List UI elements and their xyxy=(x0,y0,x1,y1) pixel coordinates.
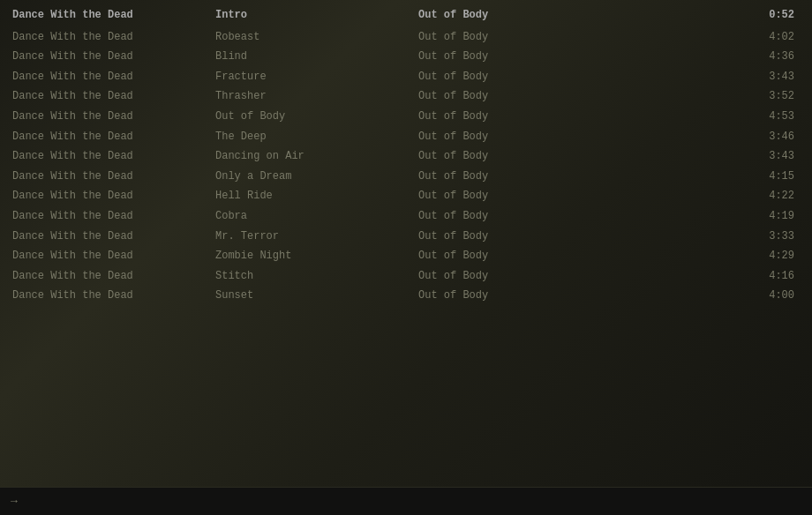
track-duration: 3:43 xyxy=(621,148,794,165)
track-title: Cobra xyxy=(215,208,418,225)
table-row[interactable]: Dance With the DeadRobeastOut of Body4:0… xyxy=(0,27,812,48)
track-album: Out of Body xyxy=(418,168,621,185)
bottom-bar: → xyxy=(0,487,812,515)
track-duration: 3:52 xyxy=(621,88,794,105)
track-title: Robeast xyxy=(215,29,418,46)
track-title: Out of Body xyxy=(215,108,418,125)
table-row[interactable]: Dance With the DeadSunsetOut of Body4:00 xyxy=(0,286,812,306)
track-duration: 3:43 xyxy=(621,69,794,86)
table-row[interactable]: Dance With the DeadDancing on AirOut of … xyxy=(0,146,812,167)
track-artist: Dance With the Dead xyxy=(12,208,215,225)
track-album: Out of Body xyxy=(418,188,621,205)
table-row[interactable]: Dance With the DeadHell RideOut of Body4… xyxy=(0,186,812,206)
track-album: Out of Body xyxy=(418,287,621,304)
track-artist: Dance With the Dead xyxy=(12,248,215,265)
track-artist: Dance With the Dead xyxy=(12,188,215,205)
track-album: Out of Body xyxy=(418,29,621,46)
track-album: Out of Body xyxy=(418,129,621,146)
track-album: Out of Body xyxy=(418,208,621,225)
track-duration: 4:15 xyxy=(621,168,794,185)
table-row[interactable]: Dance With the DeadThrasherOut of Body3:… xyxy=(0,86,812,107)
track-album: Out of Body xyxy=(418,108,621,125)
track-title: Dancing on Air xyxy=(215,148,418,165)
track-artist: Dance With the Dead xyxy=(12,148,215,165)
track-duration: 4:00 xyxy=(621,287,794,304)
table-row[interactable]: Dance With the DeadFractureOut of Body3:… xyxy=(0,67,812,87)
table-header: Dance With the Dead Intro Out of Body 0:… xyxy=(0,5,812,26)
track-list: Dance With the Dead Intro Out of Body 0:… xyxy=(0,0,812,311)
header-album: Out of Body xyxy=(418,7,621,24)
track-album: Out of Body xyxy=(418,69,621,86)
track-title: Blind xyxy=(215,49,418,65)
track-artist: Dance With the Dead xyxy=(12,88,215,105)
track-duration: 4:36 xyxy=(621,49,794,65)
track-duration: 4:53 xyxy=(621,108,794,125)
track-title: The Deep xyxy=(215,129,418,146)
table-row[interactable]: Dance With the DeadStitchOut of Body4:16 xyxy=(0,266,812,287)
table-row[interactable]: Dance With the DeadBlindOut of Body4:36 xyxy=(0,47,812,67)
track-artist: Dance With the Dead xyxy=(12,228,215,245)
track-duration: 4:29 xyxy=(621,248,794,265)
track-album: Out of Body xyxy=(418,248,621,265)
track-album: Out of Body xyxy=(418,148,621,165)
track-title: Thrasher xyxy=(215,88,418,105)
table-row[interactable]: Dance With the DeadOut of BodyOut of Bod… xyxy=(0,107,812,127)
track-artist: Dance With the Dead xyxy=(12,168,215,185)
track-album: Out of Body xyxy=(418,268,621,285)
track-title: Zombie Night xyxy=(215,248,418,265)
table-row[interactable]: Dance With the DeadOnly a DreamOut of Bo… xyxy=(0,167,812,187)
track-album: Out of Body xyxy=(418,88,621,105)
track-artist: Dance With the Dead xyxy=(12,69,215,86)
track-title: Only a Dream xyxy=(215,168,418,185)
track-title: Hell Ride xyxy=(215,188,418,205)
header-duration: 0:52 xyxy=(621,7,794,24)
track-duration: 3:46 xyxy=(621,129,794,146)
track-artist: Dance With the Dead xyxy=(12,49,215,65)
track-title: Sunset xyxy=(215,287,418,304)
table-row[interactable]: Dance With the DeadThe DeepOut of Body3:… xyxy=(0,127,812,147)
header-artist: Dance With the Dead xyxy=(12,7,215,24)
arrow-icon: → xyxy=(11,495,18,508)
track-duration: 4:22 xyxy=(621,188,794,205)
track-duration: 3:33 xyxy=(621,228,794,245)
header-intro: Intro xyxy=(215,7,418,24)
track-title: Mr. Terror xyxy=(215,228,418,245)
track-duration: 4:02 xyxy=(621,29,794,46)
track-artist: Dance With the Dead xyxy=(12,268,215,285)
track-artist: Dance With the Dead xyxy=(12,287,215,304)
track-title: Stitch xyxy=(215,268,418,285)
table-row[interactable]: Dance With the DeadMr. TerrorOut of Body… xyxy=(0,227,812,247)
track-album: Out of Body xyxy=(418,49,621,65)
table-row[interactable]: Dance With the DeadCobraOut of Body4:19 xyxy=(0,206,812,227)
track-artist: Dance With the Dead xyxy=(12,129,215,146)
track-title: Fracture xyxy=(215,69,418,86)
track-artist: Dance With the Dead xyxy=(12,29,215,46)
track-album: Out of Body xyxy=(418,228,621,245)
table-row[interactable]: Dance With the DeadZombie NightOut of Bo… xyxy=(0,246,812,266)
track-artist: Dance With the Dead xyxy=(12,108,215,125)
track-duration: 4:19 xyxy=(621,208,794,225)
track-duration: 4:16 xyxy=(621,268,794,285)
